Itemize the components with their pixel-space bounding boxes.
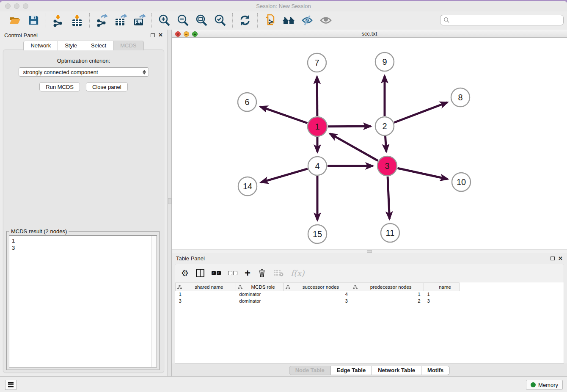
export-image-icon[interactable] (132, 14, 146, 27)
show-graphics-details-icon[interactable] (319, 14, 333, 27)
network-canvas[interactable]: 7968124314101511 (172, 38, 567, 249)
edge-2-3[interactable] (385, 136, 386, 152)
tab-select[interactable]: Select (84, 41, 113, 50)
float-panel-icon[interactable] (550, 257, 555, 260)
node-9[interactable]: 9 (375, 52, 394, 71)
add-column-icon[interactable]: + (245, 267, 250, 279)
new-network-from-selection-icon[interactable] (263, 14, 277, 27)
deselect-all-icon[interactable] (228, 267, 237, 279)
window-controls[interactable] (5, 3, 28, 9)
zoom-in-icon[interactable] (157, 14, 171, 27)
tab-mcds[interactable]: MCDS (113, 41, 143, 50)
toggle-graphics-details-icon[interactable] (300, 14, 314, 27)
cell-predecessor-nodes[interactable]: 1 (351, 291, 424, 298)
splitter-grip[interactable] (168, 198, 171, 204)
cell-name[interactable]: 3 (424, 298, 460, 304)
import-table-icon[interactable] (70, 14, 84, 27)
minimize-window-button[interactable] (14, 3, 19, 9)
column-header-MCDS-role[interactable]: MCDS role (236, 283, 284, 291)
node-3[interactable]: 3 (377, 156, 397, 176)
edge-2-8[interactable] (394, 102, 447, 123)
toolbar-separator (257, 13, 258, 28)
node-11[interactable]: 11 (381, 224, 399, 242)
node-15[interactable]: 15 (308, 225, 327, 243)
svg-text:14: 14 (243, 182, 252, 191)
node-2[interactable]: 2 (375, 117, 394, 135)
search-input[interactable] (440, 15, 564, 25)
node-14[interactable]: 14 (238, 177, 257, 196)
edge-1-6[interactable] (260, 107, 307, 123)
float-panel-icon[interactable] (151, 33, 155, 37)
cell-name[interactable]: 1 (424, 291, 460, 298)
splitter-grip[interactable] (367, 250, 372, 253)
edge-3-10[interactable] (397, 168, 447, 179)
export-table-icon[interactable] (113, 14, 128, 27)
column-visibility-icon[interactable] (196, 267, 204, 279)
network-maximize-icon[interactable]: + (192, 31, 198, 37)
mcds-result-list[interactable]: 13 (9, 235, 157, 367)
tab-motifs[interactable]: Motifs (421, 366, 450, 375)
export-network-icon[interactable] (95, 14, 109, 27)
save-session-icon[interactable] (26, 14, 41, 27)
delete-column-icon[interactable] (258, 267, 266, 279)
show-all-panels-icon[interactable] (281, 14, 296, 27)
close-panel-button[interactable]: Close panel (86, 82, 128, 91)
zoom-selected-icon[interactable] (213, 14, 227, 27)
mcds-result-title: MCDS result (2 nodes) (9, 228, 69, 235)
memory-button[interactable]: Memory (526, 380, 563, 390)
network-window-titlebar: ✕ − + scc.txt (172, 30, 567, 38)
open-session-icon[interactable] (8, 14, 22, 27)
close-panel-icon[interactable]: ✕ (558, 257, 563, 261)
node-6[interactable]: 6 (238, 93, 256, 111)
criterion-dropdown[interactable]: strongly connected component (19, 67, 149, 77)
cell-MCDS-role[interactable]: dominator (236, 298, 284, 304)
task-history-button[interactable] (5, 380, 17, 390)
zoom-fit-icon[interactable] (194, 14, 209, 27)
select-all-icon[interactable]: ✓✓ (212, 267, 221, 279)
result-scrollbar[interactable] (151, 236, 157, 367)
tab-network[interactable]: Network (23, 41, 58, 50)
cell-MCDS-role[interactable]: dominator (236, 291, 284, 298)
edge-3-1[interactable] (330, 134, 378, 161)
column-header-name[interactable]: name (424, 283, 460, 291)
cell-successor-nodes[interactable]: 4 (284, 291, 351, 298)
table-options-icon[interactable]: ⚙ (181, 267, 189, 279)
panel-splitter-vertical[interactable] (167, 30, 172, 376)
tab-network-table[interactable]: Network Table (372, 366, 421, 375)
network-minimize-icon[interactable]: − (184, 31, 189, 37)
edge-1-7[interactable] (317, 77, 317, 116)
cell-predecessor-nodes[interactable]: 2 (351, 298, 424, 304)
node-7[interactable]: 7 (308, 53, 326, 72)
cell-shared-name[interactable]: 1 (176, 291, 236, 298)
column-header-successor-nodes[interactable]: successor nodes (284, 283, 351, 291)
tab-edge-table[interactable]: Edge Table (331, 366, 372, 375)
network-close-icon[interactable]: ✕ (175, 31, 181, 37)
refresh-view-icon[interactable] (238, 14, 252, 27)
edge-3-11[interactable] (388, 177, 389, 219)
node-1[interactable]: 1 (308, 117, 327, 136)
column-header-predecessor-nodes[interactable]: predecessor nodes (351, 283, 424, 291)
tab-style[interactable]: Style (58, 41, 84, 50)
node-8[interactable]: 8 (451, 88, 470, 107)
close-panel-icon[interactable]: ✕ (158, 33, 163, 37)
cell-shared-name[interactable]: 3 (176, 298, 236, 304)
edge-4-14[interactable] (261, 169, 308, 182)
zoom-out-icon[interactable] (176, 14, 190, 27)
cell-successor-nodes[interactable]: 3 (284, 298, 351, 304)
column-header-shared-name[interactable]: shared name (176, 283, 236, 291)
edge-1-2[interactable] (328, 126, 371, 127)
tab-node-table[interactable]: Node Table (289, 366, 331, 375)
function-builder-icon[interactable]: f(x) (291, 267, 305, 279)
node-4[interactable]: 4 (308, 157, 327, 175)
panel-splitter-horizontal[interactable] (172, 249, 567, 253)
close-window-button[interactable] (5, 3, 11, 9)
node-10[interactable]: 10 (452, 173, 471, 191)
import-network-icon[interactable] (51, 14, 66, 27)
network-graph[interactable]: 7968124314101511 (172, 38, 566, 248)
table-header-row: shared nameMCDS rolesuccessor nodesprede… (176, 283, 460, 291)
run-mcds-button[interactable]: Run MCDS (39, 82, 80, 91)
delete-table-icon[interactable] (273, 267, 284, 279)
table-row[interactable]: 3dominator323 (176, 298, 460, 304)
zoom-window-button[interactable] (23, 3, 28, 9)
table-row[interactable]: 1dominator411 (176, 291, 460, 298)
